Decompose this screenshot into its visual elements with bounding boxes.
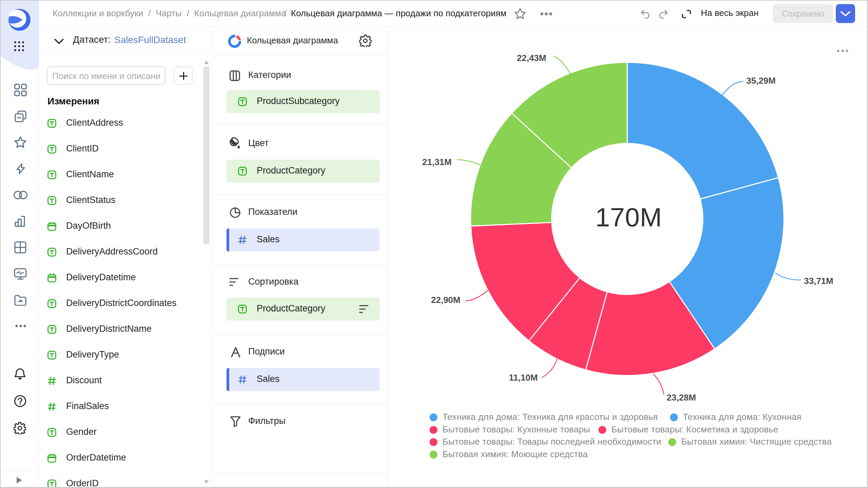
svg-text:35,29M: 35,29M [746,76,776,86]
svg-text:11,10M: 11,10M [509,372,538,383]
svg-text:21,31M: 21,31M [422,157,452,167]
svg-text:33,71M: 33,71M [804,276,833,286]
svg-text:22,90M: 22,90M [431,295,460,305]
svg-text:23,28M: 23,28M [667,392,696,403]
svg-text:22,43M: 22,43M [517,53,546,63]
